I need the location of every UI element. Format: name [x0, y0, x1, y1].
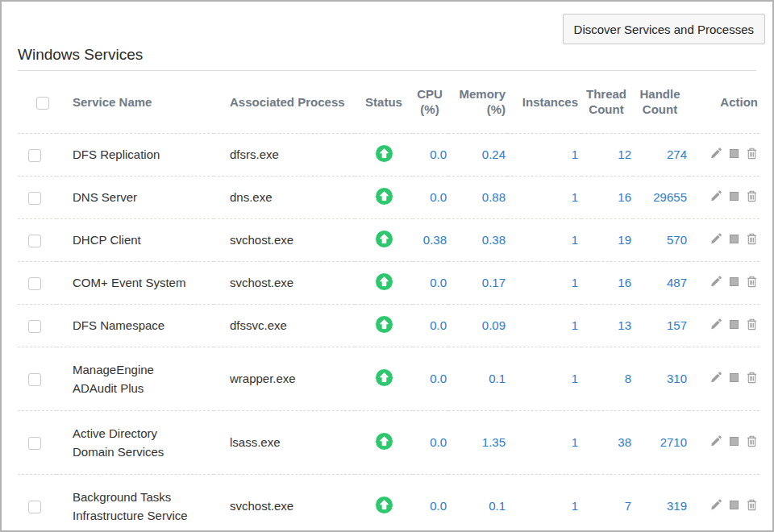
status-up-icon [376, 188, 393, 207]
instances-value[interactable]: 1 [572, 435, 578, 449]
delete-icon[interactable] [746, 498, 758, 511]
select-all-checkbox[interactable] [36, 97, 49, 110]
instances-value[interactable]: 1 [572, 233, 578, 247]
instances-value[interactable]: 1 [572, 499, 578, 513]
edit-icon[interactable] [710, 189, 722, 202]
table-row: Background Tasks Infrastructure Service … [18, 474, 759, 532]
handle-count-value[interactable]: 274 [667, 148, 687, 161]
status-up-icon [376, 273, 393, 293]
status-up-icon [376, 145, 393, 164]
stop-icon[interactable] [730, 373, 739, 382]
edit-icon[interactable] [710, 147, 722, 160]
handle-count-value[interactable]: 2710 [660, 435, 687, 449]
edit-icon[interactable] [710, 275, 722, 288]
table-row: DNS Server dns.exe 0.0 0.88 1 16 29655 [18, 176, 759, 218]
delete-icon[interactable] [746, 275, 758, 288]
delete-icon[interactable] [746, 232, 758, 245]
thread-count-value[interactable]: 13 [618, 318, 631, 332]
delete-icon[interactable] [746, 434, 758, 447]
cpu-value[interactable]: 0.0 [430, 499, 447, 513]
memory-value[interactable]: 0.1 [489, 372, 506, 385]
memory-value[interactable]: 0.09 [482, 318, 506, 332]
process-cell: svchost.exe [214, 474, 355, 532]
process-cell: wrapper.exe [214, 347, 355, 410]
thread-count-value[interactable]: 12 [618, 148, 631, 161]
service-name-cell: DHCP Client [56, 218, 214, 261]
stop-icon[interactable] [730, 277, 739, 286]
table-row: Active Directory Domain Services lsass.e… [18, 410, 759, 474]
status-up-icon [376, 231, 393, 250]
services-table: Service Name Associated Process Status C… [18, 71, 759, 532]
memory-value[interactable]: 1.35 [482, 435, 506, 449]
instances-value[interactable]: 1 [572, 276, 578, 289]
service-name-cell: DNS Server [56, 176, 214, 218]
stop-icon[interactable] [730, 437, 739, 446]
service-name-cell: DFS Replication [56, 133, 214, 176]
instances-value[interactable]: 1 [572, 318, 578, 332]
handle-count-value[interactable]: 157 [667, 318, 687, 332]
edit-icon[interactable] [710, 498, 722, 511]
row-checkbox[interactable] [28, 373, 41, 386]
status-up-icon [376, 316, 393, 335]
row-checkbox[interactable] [28, 437, 41, 450]
instances-value[interactable]: 1 [572, 372, 578, 385]
col-header-handle-count: HandleCount [633, 71, 689, 133]
cpu-value[interactable]: 0.0 [430, 148, 447, 161]
handle-count-value[interactable]: 29655 [653, 190, 687, 204]
delete-icon[interactable] [746, 318, 758, 330]
memory-value[interactable]: 0.24 [482, 148, 506, 161]
edit-icon[interactable] [710, 434, 722, 447]
cpu-value[interactable]: 0.0 [430, 318, 447, 332]
stop-icon[interactable] [730, 320, 739, 329]
thread-count-value[interactable]: 16 [618, 190, 631, 204]
service-name-cell: COM+ Event System [56, 261, 214, 304]
edit-icon[interactable] [710, 371, 722, 384]
delete-icon[interactable] [746, 189, 758, 202]
cpu-value[interactable]: 0.38 [423, 233, 447, 247]
table-row: DFS Replication dfsrs.exe 0.0 0.24 1 12 … [18, 133, 759, 176]
process-cell: dfssvc.exe [214, 304, 355, 347]
stop-icon[interactable] [730, 149, 739, 158]
memory-value[interactable]: 0.1 [489, 499, 506, 513]
status-up-icon [376, 369, 393, 389]
thread-count-value[interactable]: 38 [618, 435, 631, 449]
handle-count-value[interactable]: 487 [667, 276, 687, 289]
memory-value[interactable]: 0.38 [482, 233, 506, 247]
stop-icon[interactable] [730, 192, 739, 201]
handle-count-value[interactable]: 319 [667, 499, 687, 513]
cpu-value[interactable]: 0.0 [430, 190, 447, 204]
delete-icon[interactable] [746, 371, 758, 384]
handle-count-value[interactable]: 310 [667, 372, 687, 385]
thread-count-value[interactable]: 19 [618, 233, 631, 247]
service-name-cell: ManageEngine ADAudit Plus [56, 347, 214, 410]
cpu-value[interactable]: 0.0 [430, 276, 447, 289]
cpu-value[interactable]: 0.0 [430, 372, 447, 385]
discover-services-button[interactable]: Discover Services and Processes [563, 14, 765, 44]
handle-count-value[interactable]: 570 [667, 233, 687, 247]
stop-icon[interactable] [730, 235, 739, 243]
instances-value[interactable]: 1 [572, 148, 578, 161]
memory-value[interactable]: 0.88 [482, 190, 506, 204]
row-checkbox[interactable] [28, 320, 41, 333]
table-row: COM+ Event System svchost.exe 0.0 0.17 1… [18, 261, 759, 304]
row-checkbox[interactable] [28, 149, 41, 162]
thread-count-value[interactable]: 16 [618, 276, 631, 289]
col-header-cpu: CPU(%) [413, 71, 448, 133]
cpu-value[interactable]: 0.0 [430, 435, 447, 449]
row-checkbox[interactable] [28, 501, 41, 513]
row-checkbox[interactable] [28, 277, 41, 290]
table-header-row: Service Name Associated Process Status C… [18, 71, 759, 133]
thread-count-value[interactable]: 7 [625, 499, 631, 513]
process-cell: dns.exe [214, 176, 355, 218]
service-name-cell: DFS Namespace [56, 304, 214, 347]
stop-icon[interactable] [730, 501, 739, 509]
instances-value[interactable]: 1 [572, 190, 578, 204]
edit-icon[interactable] [710, 232, 722, 245]
thread-count-value[interactable]: 8 [625, 372, 631, 385]
row-checkbox[interactable] [28, 235, 41, 247]
row-checkbox[interactable] [28, 192, 41, 205]
memory-value[interactable]: 0.17 [482, 276, 506, 289]
top-toolbar: Discover Services and Processes [2, 2, 772, 45]
edit-icon[interactable] [710, 318, 722, 330]
delete-icon[interactable] [746, 147, 758, 160]
